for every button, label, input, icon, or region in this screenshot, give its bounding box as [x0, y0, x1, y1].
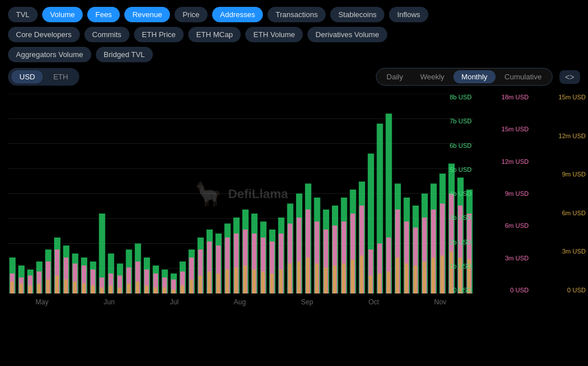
- y-left-label: 3b USD: [449, 214, 472, 221]
- filter-btn-eth-mcap[interactable]: ETH MCap: [188, 27, 241, 42]
- filter-btn-transactions[interactable]: Transactions: [267, 7, 326, 22]
- svg-rect-77: [208, 272, 210, 294]
- x-label: Sep: [301, 298, 313, 306]
- y-mid-label: 15m USD: [501, 126, 529, 132]
- filter-btn-revenue[interactable]: Revenue: [124, 7, 170, 22]
- y-right-label: 15m USD: [558, 94, 586, 100]
- filter-btn-eth-volume[interactable]: ETH Volume: [245, 27, 303, 42]
- svg-rect-59: [154, 288, 157, 294]
- svg-rect-95: [261, 272, 264, 294]
- filter-btn-addresses[interactable]: Addresses: [212, 7, 263, 22]
- svg-rect-113: [315, 264, 318, 294]
- y-mid-label: 6m USD: [505, 222, 529, 229]
- x-label: Aug: [234, 298, 246, 306]
- y-right-label: 3m USD: [562, 248, 586, 255]
- filter-btn-aggregators-volume[interactable]: Aggregators Volume: [8, 47, 91, 62]
- y-mid-label: 3m USD: [505, 255, 529, 262]
- chart-svg: [8, 94, 474, 293]
- x-label: May: [35, 298, 48, 306]
- x-label: Jun: [104, 298, 115, 306]
- svg-rect-83: [226, 270, 229, 293]
- filter-btn-bridged-tvl[interactable]: Bridged TVL: [96, 47, 153, 62]
- svg-rect-101: [279, 270, 282, 293]
- svg-rect-11: [10, 281, 13, 293]
- svg-rect-23: [46, 280, 49, 294]
- svg-rect-125: [351, 260, 354, 294]
- second-filters: Core DevelopersCommitsETH PriceETH MCapE…: [0, 22, 588, 42]
- svg-rect-53: [136, 281, 139, 293]
- filter-btn-price[interactable]: Price: [175, 7, 208, 22]
- filter-btn-core-developers[interactable]: Core Developers: [8, 27, 80, 42]
- currency-btn-usd[interactable]: USD: [11, 70, 43, 83]
- svg-rect-17: [29, 285, 31, 293]
- y-left-label: 1b USD: [449, 263, 472, 270]
- controls-row: USDETH DailyWeeklyMonthlyCumulative <>: [0, 62, 588, 86]
- svg-rect-50: [127, 284, 130, 294]
- filter-btn-volume[interactable]: Volume: [42, 7, 83, 22]
- svg-rect-32: [73, 281, 76, 293]
- time-btn-cumulative[interactable]: Cumulative: [497, 70, 550, 83]
- svg-rect-89: [244, 266, 246, 293]
- svg-rect-47: [118, 288, 121, 294]
- chart-area: 🦙 DefiLlama 8b USD7b USD6b USD5b USD4b U…: [0, 94, 588, 311]
- y-mid-label: 0 USD: [510, 287, 529, 293]
- filter-btn-fees[interactable]: Fees: [87, 7, 120, 22]
- svg-rect-38: [91, 285, 94, 293]
- x-label: Jul: [170, 298, 179, 306]
- y-mid-label: 18m USD: [501, 94, 529, 100]
- svg-rect-122: [342, 264, 345, 294]
- y-axis-left: 8b USD7b USD6b USD5b USD4b USD3b USD2b U…: [440, 94, 474, 293]
- svg-rect-86: [234, 268, 237, 294]
- svg-rect-104: [289, 264, 291, 294]
- y-mid-label: 12m USD: [501, 158, 529, 165]
- svg-rect-74: [198, 276, 201, 294]
- filter-btn-inflows[interactable]: Inflows: [389, 7, 428, 22]
- y-left-label: 6b USD: [449, 142, 472, 149]
- svg-rect-80: [217, 274, 220, 293]
- y-axis-mid: 18m USD15m USD12m USD9m USD6m USD3m USD0…: [497, 94, 531, 293]
- svg-rect-140: [396, 258, 399, 293]
- svg-rect-71: [190, 280, 193, 294]
- time-btn-daily[interactable]: Daily: [379, 70, 411, 83]
- svg-rect-149: [423, 262, 425, 293]
- svg-rect-116: [324, 268, 327, 294]
- x-labels: MayJunJulAugSepOctNov: [8, 293, 474, 311]
- y-left-label: 7b USD: [449, 118, 472, 124]
- filter-btn-derivatives-volume[interactable]: Derivatives Volume: [307, 27, 387, 42]
- svg-rect-110: [306, 258, 309, 293]
- svg-rect-119: [333, 266, 336, 293]
- svg-rect-29: [64, 280, 67, 294]
- top-filters: TVLVolumeFeesRevenuePriceAddressesTransa…: [0, 0, 588, 22]
- x-label: Oct: [368, 298, 379, 306]
- filter-btn-commits[interactable]: Commits: [84, 27, 129, 42]
- filter-btn-tvl[interactable]: TVL: [8, 7, 38, 22]
- svg-rect-68: [181, 285, 184, 293]
- svg-rect-98: [270, 274, 273, 293]
- filter-btn-stablecoins[interactable]: Stablecoins: [330, 7, 384, 22]
- y-right-label: 12m USD: [558, 132, 586, 139]
- svg-rect-143: [405, 264, 408, 294]
- time-btn-monthly[interactable]: Monthly: [453, 70, 496, 83]
- y-mid-label: 9m USD: [505, 190, 529, 197]
- svg-rect-20: [38, 284, 40, 294]
- embed-button[interactable]: <>: [559, 70, 580, 84]
- y-right-label: 9m USD: [562, 171, 586, 178]
- svg-rect-35: [82, 284, 85, 294]
- x-label: Nov: [434, 298, 446, 306]
- svg-rect-41: [100, 288, 103, 294]
- time-btn-weekly[interactable]: Weekly: [412, 70, 452, 83]
- svg-rect-44: [109, 285, 112, 293]
- svg-rect-107: [297, 262, 300, 293]
- filter-btn-eth-price[interactable]: ETH Price: [134, 27, 184, 42]
- time-toggle: DailyWeeklyMonthlyCumulative: [376, 68, 553, 86]
- y-right-label: 6m USD: [562, 210, 586, 216]
- chart-canvas: 🦙 DefiLlama: [8, 94, 474, 293]
- svg-rect-14: [19, 284, 22, 294]
- svg-rect-128: [360, 256, 363, 294]
- currency-btn-eth[interactable]: ETH: [45, 70, 76, 83]
- y-axis-right: 15m USD12m USD9m USD6m USD3m USD0 USD: [531, 94, 588, 293]
- svg-rect-56: [145, 285, 148, 293]
- svg-rect-26: [55, 276, 58, 294]
- svg-rect-65: [172, 289, 175, 293]
- y-left-label: 0 USD: [453, 287, 472, 293]
